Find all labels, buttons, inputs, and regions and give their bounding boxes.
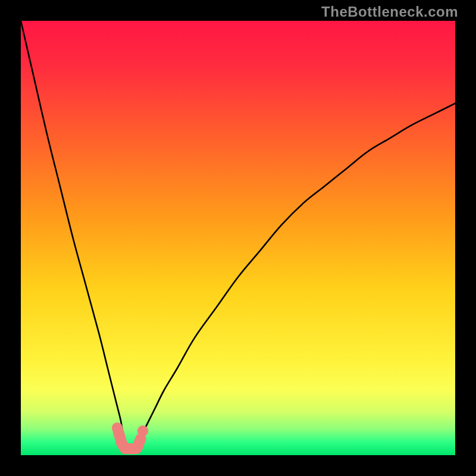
plot-area — [21, 21, 455, 455]
marker-layer — [112, 422, 148, 449]
marker-dot — [137, 425, 148, 436]
marker-pill — [137, 439, 141, 447]
watermark-text: TheBottleneck.com — [321, 4, 458, 20]
curve-layer — [21, 21, 455, 455]
bottleneck-curve — [21, 21, 455, 449]
chart-frame: TheBottleneck.com — [0, 0, 476, 476]
